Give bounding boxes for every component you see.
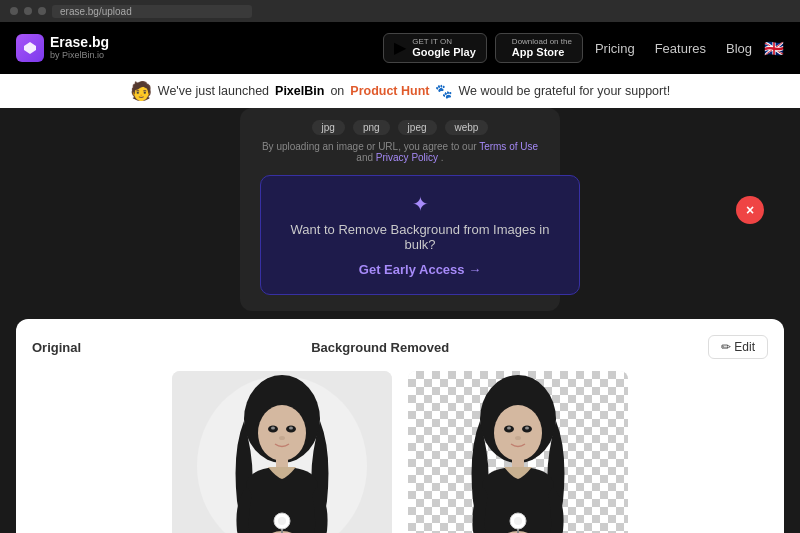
upload-section: jpg png jpeg webp By uploading an image …: [0, 108, 800, 319]
terms-text: By uploading an image or URL, you agree …: [262, 141, 479, 152]
svg-point-18: [507, 427, 511, 430]
announcement-avatar: 🧑: [130, 80, 152, 102]
bulk-cta-icon: ✦: [281, 192, 559, 216]
announcement-post: We would be grateful for your support!: [458, 84, 670, 98]
svg-point-20: [515, 436, 521, 440]
logo-main-text: Erase.bg: [50, 35, 109, 50]
navbar: Erase.bg by PixelBin.io ▶ GET IT ON Goog…: [0, 22, 800, 74]
browser-bar: erase.bg/upload: [0, 0, 800, 22]
app-store-sub: Download on the: [512, 38, 572, 47]
svg-point-6: [271, 427, 275, 430]
close-button[interactable]: ×: [736, 196, 764, 224]
bulk-cta-text: Want to Remove Background from Images in…: [281, 222, 559, 252]
logo-svg: [22, 40, 38, 56]
svg-point-15: [494, 405, 542, 461]
comparison-images: [32, 371, 768, 533]
terms-dot: .: [441, 152, 444, 163]
store-badges: ▶ GET IT ON Google Play Download on the …: [383, 33, 583, 64]
bg-removed-image-box: [408, 371, 628, 533]
svg-point-8: [279, 436, 285, 440]
logo-text: Erase.bg by PixelBin.io: [50, 35, 109, 60]
google-play-name: Google Play: [412, 46, 476, 58]
bulk-cta-link[interactable]: Get Early Access →: [359, 262, 481, 277]
nav-pricing[interactable]: Pricing: [595, 41, 635, 56]
svg-point-13: [278, 517, 286, 525]
pill-jpeg: jpeg: [398, 120, 437, 135]
bg-removed-image: [408, 371, 628, 533]
url-bar[interactable]: erase.bg/upload: [52, 5, 252, 18]
original-label: Original: [32, 340, 81, 355]
upload-pills: jpg png jpeg webp: [260, 120, 540, 135]
bg-removed-label: Background Removed: [311, 340, 449, 355]
comparison-section: Original Background Removed ✏ Edit: [16, 319, 784, 533]
original-svg: [172, 371, 392, 533]
announcement-mid: on: [330, 84, 344, 98]
browser-dot-1: [10, 7, 18, 15]
edit-button[interactable]: ✏ Edit: [708, 335, 768, 359]
pill-jpg: jpg: [312, 120, 345, 135]
language-flag[interactable]: 🇬🇧: [764, 39, 784, 58]
google-play-sub: GET IT ON: [412, 38, 476, 47]
google-play-text: GET IT ON Google Play: [412, 38, 476, 59]
pill-png: png: [353, 120, 390, 135]
original-image: [172, 371, 392, 533]
comparison-header: Original Background Removed ✏ Edit: [32, 335, 768, 359]
app-store-text: Download on the App Store: [512, 38, 572, 59]
logo-icon: [16, 34, 44, 62]
comparison-labels: Original Background Removed: [32, 340, 449, 355]
app-store-badge[interactable]: Download on the App Store: [495, 33, 583, 64]
svg-point-19: [525, 427, 529, 430]
app-store-name: App Store: [512, 46, 572, 58]
terms-and: and: [356, 152, 375, 163]
browser-dot-3: [38, 7, 46, 15]
original-image-box: [172, 371, 392, 533]
pill-webp: webp: [445, 120, 489, 135]
announcement-bar: 🧑 We've just launched PixelBin on Produc…: [0, 74, 800, 108]
logo-sub-text: by PixelBin.io: [50, 51, 109, 61]
privacy-policy-link[interactable]: Privacy Policy: [376, 152, 438, 163]
nav-features[interactable]: Features: [655, 41, 706, 56]
logo[interactable]: Erase.bg by PixelBin.io: [16, 34, 109, 62]
svg-point-25: [514, 517, 522, 525]
announcement-product-hunt[interactable]: Product Hunt: [350, 84, 429, 98]
svg-point-3: [258, 405, 306, 461]
nav-links: Pricing Features Blog: [595, 41, 752, 56]
announcement-pre: We've just launched: [158, 84, 269, 98]
announcement-brand: PixelBin: [275, 84, 324, 98]
svg-point-7: [289, 427, 293, 430]
nav-blog[interactable]: Blog: [726, 41, 752, 56]
bg-removed-svg: [408, 371, 628, 533]
upload-card: jpg png jpeg webp By uploading an image …: [240, 108, 560, 311]
main-content: jpg png jpeg webp By uploading an image …: [0, 108, 800, 533]
terms-of-use-link[interactable]: Terms of Use: [479, 141, 538, 152]
browser-dot-2: [24, 7, 32, 15]
upload-terms: By uploading an image or URL, you agree …: [260, 141, 540, 163]
announcement-paw: 🐾: [435, 83, 452, 99]
google-play-badge[interactable]: ▶ GET IT ON Google Play: [383, 33, 487, 64]
google-play-icon: ▶: [394, 38, 406, 57]
bulk-cta: ✦ Want to Remove Background from Images …: [260, 175, 580, 295]
